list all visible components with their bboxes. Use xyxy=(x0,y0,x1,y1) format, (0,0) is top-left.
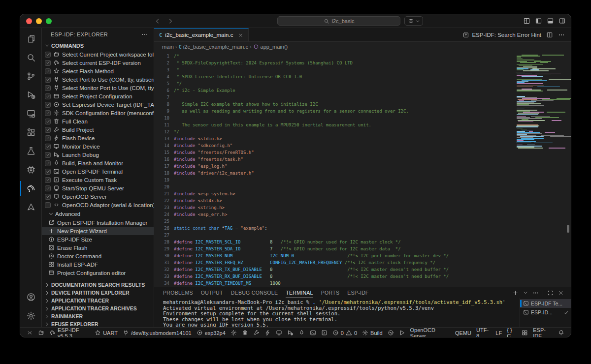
activity-item-search[interactable] xyxy=(20,48,41,67)
advanced-item[interactable]: Doctor Command xyxy=(42,252,154,260)
activity-item-run-and-debug[interactable] xyxy=(20,86,41,104)
checkbox-checked[interactable] xyxy=(45,110,51,116)
layout-sidebar-right-icon[interactable] xyxy=(558,17,566,25)
checkbox-checked[interactable] xyxy=(45,68,51,74)
panel-tab-output[interactable]: OUTPUT xyxy=(201,287,223,298)
status-execute-custom-task[interactable] xyxy=(319,328,330,337)
checkbox-checked[interactable] xyxy=(45,177,51,183)
activity-item-esp-chip[interactable] xyxy=(20,160,41,179)
close-icon[interactable] xyxy=(558,290,564,296)
sidebar-section-application-tracer-archives[interactable]: APPLICATION TRACER ARCHIVES xyxy=(42,304,154,312)
checkbox-checked[interactable] xyxy=(45,152,51,158)
status-language-mode[interactable]: { } C xyxy=(504,328,519,337)
advanced-item[interactable]: Erase Flash xyxy=(42,243,154,252)
advanced-section-header[interactable]: Advanced xyxy=(42,209,154,218)
sidebar-section-documentation-search-results[interactable]: DOCUMENTATION SEARCH RESULTS xyxy=(42,281,154,289)
more-actions-icon[interactable] xyxy=(141,31,148,38)
advanced-item[interactable]: New Project Wizard xyxy=(42,227,154,235)
layout-grid-icon[interactable] xyxy=(523,17,530,25)
checkbox-checked[interactable] xyxy=(45,160,51,166)
command-item[interactable]: Select Port to Use (COM, tty, usbseri... xyxy=(42,75,154,84)
command-item[interactable]: OpenOCD Adaptor (serial & location) xyxy=(42,201,154,209)
command-item[interactable]: Select current ESP-IDF version xyxy=(42,59,154,67)
minimap[interactable] xyxy=(516,54,563,152)
status-esp-idf-version[interactable]: ESP-IDF v5.5.3 xyxy=(47,328,92,337)
checkbox-checked[interactable] xyxy=(45,119,51,124)
status-encoding[interactable]: UTF-8 xyxy=(474,328,493,337)
status-problems-counter[interactable]: 00 xyxy=(330,328,360,337)
plus-icon[interactable] xyxy=(512,290,519,296)
command-item[interactable]: Build, Flash and Monitor xyxy=(42,159,154,167)
status-remote-indicator[interactable] xyxy=(24,328,35,337)
terminal-list-item[interactable]: ESP-ID... xyxy=(520,308,571,317)
checkbox-checked[interactable] xyxy=(45,93,51,99)
checkbox-unchecked[interactable] xyxy=(45,202,51,208)
sidebar-section-device-partition-explorer[interactable]: DEVICE PARTITION EXPLORER xyxy=(42,289,154,297)
panel-tab-esp-idf[interactable]: ESP-IDF xyxy=(347,287,369,298)
command-item[interactable]: Build Project xyxy=(42,125,154,134)
editor-scrollbar[interactable] xyxy=(567,225,569,233)
status-build-flash-monitor[interactable] xyxy=(296,328,307,337)
checkbox-checked[interactable] xyxy=(45,144,51,150)
status-monitor-device[interactable] xyxy=(273,328,285,337)
advanced-item[interactable]: Install ESP-ADF xyxy=(42,260,154,269)
status-eol[interactable]: LF xyxy=(493,328,504,337)
activity-item-remote-explorer[interactable] xyxy=(20,104,41,123)
command-item[interactable]: OpenOCD Server xyxy=(42,192,154,201)
advanced-item[interactable]: ESP-IDF Size xyxy=(42,235,154,243)
status-doctor-command[interactable] xyxy=(385,328,396,337)
status-device-target[interactable]: esp32p4 xyxy=(194,328,228,337)
status-esp-idf-extension[interactable]: ESP-IDF xyxy=(530,328,556,337)
activity-item-accounts[interactable] xyxy=(20,288,41,306)
terminal-output[interactable]: mehatronika@Aleksandars-MacBook-Pro i2c_… xyxy=(154,298,520,327)
checkbox-checked[interactable] xyxy=(45,169,51,175)
code-editor[interactable]: 1/*2 * SPDX-FileCopyrightText: 2024 Espr… xyxy=(154,52,571,287)
status-current-project[interactable] xyxy=(35,328,47,337)
sidebar-section-application-tracer[interactable]: APPLICATION TRACER xyxy=(42,297,154,304)
tab-i2c-basic-example-main[interactable]: C i2c_basic_example_main.c xyxy=(154,28,249,41)
command-item[interactable]: Launch Debug xyxy=(42,151,154,159)
command-item[interactable]: Select Monitor Port to Use (COM, tty,... xyxy=(42,84,154,92)
minimize-window-button[interactable] xyxy=(36,18,42,24)
split-editor-icon[interactable] xyxy=(546,31,553,38)
command-item[interactable]: Flash Device xyxy=(42,134,154,142)
sidebar-section-rainmaker[interactable]: RAINMAKER xyxy=(42,312,154,320)
command-item[interactable]: Select Current Project workspace fol... xyxy=(42,50,154,59)
checkbox-checked[interactable] xyxy=(45,52,51,58)
layout-sidebar-left-icon[interactable] xyxy=(535,17,542,25)
status-flash-device[interactable] xyxy=(262,328,273,337)
command-item[interactable]: Execute Custom Task xyxy=(42,176,154,184)
status-start-qemu[interactable] xyxy=(396,328,408,337)
activity-item-explorer[interactable] xyxy=(20,30,41,48)
checkbox-checked[interactable] xyxy=(45,185,51,191)
status-launch-debug[interactable] xyxy=(285,328,296,337)
maximize-panel-icon[interactable] xyxy=(547,290,554,296)
checkbox-checked[interactable] xyxy=(45,77,51,83)
activity-item-manage-settings[interactable] xyxy=(20,306,41,325)
status-full-clean[interactable] xyxy=(239,328,251,337)
copilot-button[interactable] xyxy=(404,16,423,26)
status-cmake-preset[interactable]: Build xyxy=(360,328,385,337)
activity-item-source-control[interactable] xyxy=(20,67,41,86)
zoom-window-button[interactable] xyxy=(46,18,52,24)
checkbox-checked[interactable] xyxy=(45,135,51,141)
commands-section-header[interactable]: COMMANDS xyxy=(42,41,154,50)
command-item[interactable]: Select Flash Method xyxy=(42,67,154,75)
panel-tab-terminal[interactable]: TERMINAL xyxy=(286,287,313,298)
status-qemu-server[interactable]: QEMU xyxy=(453,328,474,337)
close-tab-icon[interactable] xyxy=(238,32,243,38)
command-item[interactable]: Open ESP-IDF Terminal xyxy=(42,167,154,176)
command-item[interactable]: SDK Configuration Editor (menuconfi... xyxy=(42,109,154,117)
checkbox-checked[interactable] xyxy=(45,127,51,133)
more-actions-icon[interactable] xyxy=(532,290,539,296)
panel-tab-debug-console[interactable]: DEBUG CONSOLE xyxy=(231,287,278,298)
close-window-button[interactable] xyxy=(26,18,32,24)
command-item[interactable]: Full Clean xyxy=(42,117,154,125)
checkbox-checked[interactable] xyxy=(45,194,51,200)
breadcrumb-symbol[interactable]: app_main() xyxy=(261,44,288,50)
layout-panel-icon[interactable] xyxy=(547,17,554,25)
search-error-hint-button[interactable]: ESP-IDF: Search Error Hint xyxy=(462,31,541,38)
go-forward-icon[interactable] xyxy=(167,18,174,25)
breadcrumb-folder[interactable]: main xyxy=(162,44,174,50)
status-sdk-config[interactable] xyxy=(228,328,239,337)
